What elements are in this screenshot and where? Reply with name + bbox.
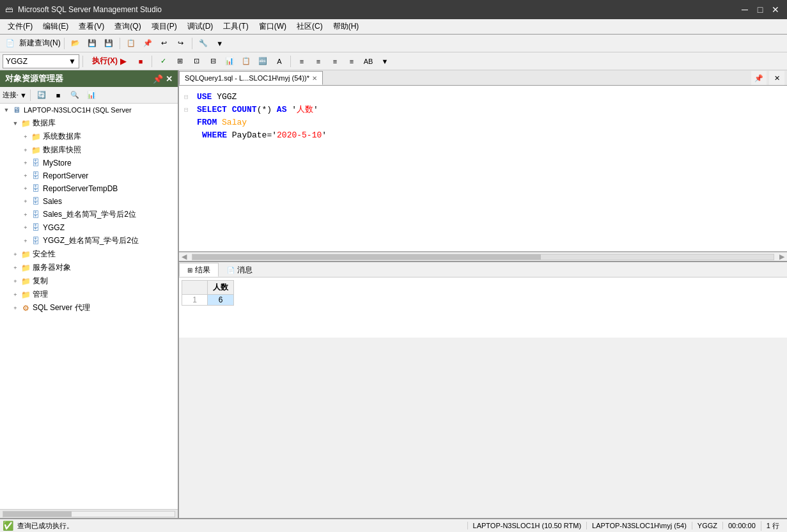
table-row[interactable]: 1 6 bbox=[182, 295, 234, 306]
menu-item[interactable]: 项目(P) bbox=[146, 20, 182, 33]
tab-results[interactable]: ⊞ 结果 bbox=[179, 263, 219, 277]
menu-item[interactable]: 编辑(E) bbox=[38, 20, 74, 33]
tree-item-server[interactable]: ▼ 🖥 LAPTOP-N3SLOC1H (SQL Server bbox=[0, 104, 178, 116]
tb-btn5[interactable]: 📊 bbox=[222, 54, 237, 68]
scroll-track[interactable] bbox=[192, 254, 774, 260]
security-label: 安全性 bbox=[33, 249, 56, 260]
tb-btn4[interactable]: ⊟ bbox=[205, 54, 221, 68]
tree-item-mystore[interactable]: + 🗄 MyStore bbox=[0, 157, 178, 169]
tb-btn9[interactable]: ≡ bbox=[294, 54, 309, 68]
tb-btn10[interactable]: ≡ bbox=[311, 54, 326, 68]
tree-item-sysdb[interactable]: + 📁 系统数据库 bbox=[0, 130, 178, 143]
oe-filter-button[interactable]: 🔍 bbox=[67, 88, 82, 102]
expand-icon[interactable]: + bbox=[20, 223, 31, 233]
database-dropdown[interactable]: YGGZ ▼ bbox=[3, 54, 79, 68]
menu-item[interactable]: 工具(T) bbox=[218, 20, 253, 33]
new-query-button[interactable]: 📄 bbox=[3, 36, 18, 51]
expand-icon[interactable]: + bbox=[20, 145, 31, 155]
menu-item[interactable]: 社区(C) bbox=[292, 20, 328, 33]
oe-pin-icon[interactable]: 📌 bbox=[153, 74, 163, 84]
tb-btn2[interactable]: ⊞ bbox=[172, 54, 187, 68]
oe-scroll-track[interactable] bbox=[3, 511, 175, 517]
menu-item[interactable]: 窗口(W) bbox=[254, 20, 292, 33]
menu-item[interactable]: 调试(D) bbox=[182, 20, 219, 33]
paste-button[interactable]: 📌 bbox=[140, 36, 155, 51]
sql-str-renshu: 人数 bbox=[297, 104, 313, 116]
scroll-left-btn[interactable]: ◀ bbox=[179, 253, 189, 261]
menu-item[interactable]: 文件(F) bbox=[3, 20, 38, 33]
expand-icon[interactable]: ▼ bbox=[10, 118, 20, 129]
tree-item-serverobjects[interactable]: + 📁 服务器对象 bbox=[0, 261, 178, 274]
tree-item-yggz-name[interactable]: + 🗄 YGGZ_姓名简写_学号后2位 bbox=[0, 234, 178, 247]
expand-icon[interactable]: + bbox=[10, 290, 20, 300]
dropdown-btn[interactable]: ▼ bbox=[212, 36, 228, 51]
tree-item-sales-name[interactable]: + 🗄 Sales_姓名简写_学号后2位 bbox=[0, 208, 178, 221]
oe-title: 对象资源管理器 bbox=[5, 73, 63, 84]
tree-item-reportservtempdb[interactable]: + 🗄 ReportServerTempDB bbox=[0, 182, 178, 195]
oe-sep bbox=[30, 90, 31, 101]
oe-report-button[interactable]: 📊 bbox=[84, 88, 99, 102]
expand-icon[interactable]: + bbox=[20, 158, 31, 168]
oe-refresh-button[interactable]: 🔄 bbox=[34, 88, 49, 102]
tab-close-icon[interactable]: ✕ bbox=[312, 75, 317, 82]
expand-icon[interactable]: + bbox=[20, 184, 31, 194]
stop-button[interactable]: ■ bbox=[133, 54, 148, 68]
tree-item-security[interactable]: + 📁 安全性 bbox=[0, 247, 178, 261]
execute-button[interactable]: 执行(X) ▶ bbox=[86, 54, 132, 68]
db-icon: 🗄 bbox=[31, 223, 41, 233]
tb-btn6[interactable]: 📋 bbox=[238, 54, 254, 68]
open-file-button[interactable]: 📂 bbox=[68, 36, 83, 51]
minimize-button[interactable]: ─ bbox=[738, 3, 751, 16]
expand-icon[interactable]: + bbox=[20, 171, 31, 181]
tools-button[interactable]: 🔧 bbox=[196, 36, 211, 51]
tb-btn3[interactable]: ⊡ bbox=[189, 54, 204, 68]
editor-panel-controls: 📌 ✕ bbox=[751, 71, 787, 85]
cell-value[interactable]: 6 bbox=[208, 295, 234, 306]
oe-stop-button[interactable]: ■ bbox=[51, 88, 66, 102]
menu-item[interactable]: 查看(V) bbox=[74, 20, 109, 33]
copy-button[interactable]: 📋 bbox=[123, 36, 139, 51]
scroll-right-btn[interactable]: ▶ bbox=[777, 253, 787, 261]
tb-btn7[interactable]: 🔤 bbox=[255, 54, 270, 68]
tab-messages[interactable]: 📄 消息 bbox=[219, 263, 261, 277]
panel-close-button[interactable]: ✕ bbox=[769, 71, 784, 85]
save-button[interactable]: 💾 bbox=[84, 36, 100, 51]
tree-item-management[interactable]: + 📁 管理 bbox=[0, 288, 178, 301]
tree-item-databases[interactable]: ▼ 📁 数据库 bbox=[0, 116, 178, 130]
expand-icon[interactable]: + bbox=[20, 210, 31, 220]
tree-item-dbsnap[interactable]: + 📁 数据库快照 bbox=[0, 143, 178, 157]
oe-close-icon[interactable]: ✕ bbox=[166, 74, 173, 84]
oe-connect-button[interactable]: 连接· ▼ bbox=[3, 90, 27, 100]
expand-icon[interactable]: + bbox=[10, 303, 20, 313]
tree-item-yggz[interactable]: + 🗄 YGGZ bbox=[0, 221, 178, 234]
close-button[interactable]: ✕ bbox=[769, 3, 782, 16]
expand-icon[interactable]: + bbox=[10, 276, 20, 286]
tb-btn11[interactable]: ≡ bbox=[327, 54, 343, 68]
expand-icon[interactable]: + bbox=[20, 132, 31, 142]
tb-btn12[interactable]: ≡ bbox=[344, 54, 359, 68]
save-all-button[interactable]: 💾 bbox=[101, 36, 116, 51]
tb-btn8[interactable]: A bbox=[272, 54, 287, 68]
tree-item-agent[interactable]: + ⚙ SQL Server 代理 bbox=[0, 301, 178, 315]
menu-item[interactable]: 查询(Q) bbox=[109, 20, 146, 33]
expand-icon[interactable]: + bbox=[20, 196, 31, 207]
redo-button[interactable]: ↪ bbox=[173, 36, 189, 51]
panel-pin-button[interactable]: 📌 bbox=[751, 71, 767, 85]
parse-button[interactable]: ✓ bbox=[155, 54, 171, 68]
menu-item[interactable]: 帮助(H) bbox=[328, 20, 364, 33]
code-editor[interactable]: ⊟ USE YGGZ ⊟ SELECT COUNT (*) AS ' 人数 ' … bbox=[179, 86, 787, 252]
tree-item-replication[interactable]: + 📁 复制 bbox=[0, 274, 178, 288]
undo-button[interactable]: ↩ bbox=[157, 36, 172, 51]
tree-item-sales[interactable]: + 🗄 Sales bbox=[0, 195, 178, 208]
expand-icon[interactable]: + bbox=[10, 249, 20, 260]
sql-tab[interactable]: SQLQuery1.sql - L...SLOC1H\myj (54))* ✕ bbox=[179, 71, 323, 85]
editor-hscrollbar[interactable]: ◀ ▶ bbox=[179, 252, 787, 261]
expand-icon[interactable]: + bbox=[20, 236, 31, 246]
tree-item-reportserver[interactable]: + 🗄 ReportServer bbox=[0, 169, 178, 182]
db-icon: 🗄 bbox=[31, 184, 41, 194]
expand-icon[interactable]: + bbox=[10, 263, 20, 273]
maximize-button[interactable]: □ bbox=[754, 3, 767, 16]
tb-btn14[interactable]: ▼ bbox=[377, 54, 393, 68]
expand-icon[interactable]: ▼ bbox=[1, 105, 12, 115]
tb-btn13[interactable]: AB bbox=[361, 54, 376, 68]
